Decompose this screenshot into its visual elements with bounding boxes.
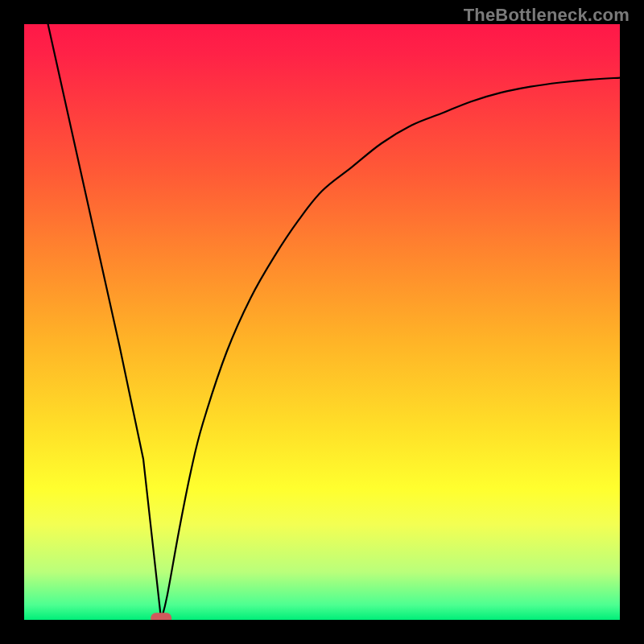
minimum-marker-icon (151, 613, 171, 620)
chart-frame: TheBottleneck.com (0, 0, 644, 644)
curve-svg (24, 24, 620, 620)
plot-area (24, 24, 620, 620)
bottleneck-curve (48, 24, 620, 620)
watermark-label: TheBottleneck.com (464, 5, 630, 26)
